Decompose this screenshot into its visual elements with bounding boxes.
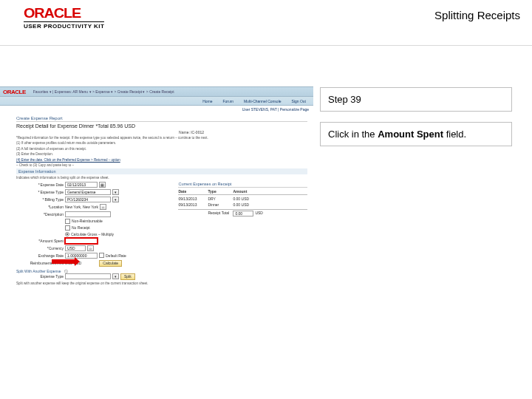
row-noreceipt: No Receipt	[16, 225, 174, 231]
callout-arrow-icon	[52, 259, 75, 264]
ss-name-line: Name: IC-0012	[16, 130, 307, 134]
table-row: 09/13/2013 Dinner 0.00 USD	[178, 202, 307, 208]
tab-forum[interactable]: Forum	[219, 98, 236, 104]
ss-note-4: (4) Enter the date. Click on the Preferr…	[16, 158, 307, 162]
select-billing-type[interactable]: PO/1260234	[65, 197, 111, 202]
lbl-exchange-rate: Exchange Rate	[16, 253, 64, 258]
lbl-split-type: Expense Type	[16, 274, 64, 279]
row-location: *Location New York, New York ⌕	[16, 204, 174, 210]
instr-suffix: field.	[443, 129, 466, 140]
row-calc-multiply: Calculate Gross – Multiply	[16, 232, 174, 236]
table-header: Date Type Amount	[178, 189, 307, 195]
calculate-button[interactable]: Calculate	[99, 260, 122, 267]
ss-body: Create Expense Report Receipt Detail for…	[0, 113, 313, 290]
input-expense-date[interactable]: 02/12/2013	[65, 182, 98, 188]
lbl-split: Split With Another Expense	[16, 269, 61, 273]
ss-note-3: (3) Enter the Description.	[16, 152, 307, 156]
ss-user-bar: User STEVENS, PAT | Personalize Page	[0, 106, 313, 113]
lookup-icon[interactable]: ⌕	[87, 245, 94, 251]
row-expense-date: Expense Date 02/12/2013 ▦	[16, 182, 174, 188]
lesson-title: Splitting Receipts	[434, 9, 520, 21]
row-exchange-rate: Exchange Rate 1.00000000 Default Rate	[16, 253, 174, 259]
checkbox-default-rate[interactable]	[99, 253, 104, 258]
ss-tip: Indicates which information is being spl…	[16, 176, 307, 180]
input-amount-spent[interactable]	[65, 238, 98, 244]
oracle-logo: ORACLE	[24, 6, 112, 21]
lbl-default-rate: Default Rate	[106, 253, 126, 258]
lbl-total: Receipt Total	[208, 211, 233, 216]
lbl-amount-spent: *Amount Spent	[16, 239, 64, 243]
step-label: Step 39	[320, 87, 512, 112]
upk-subtitle: USER PRODUCTIVITY KIT	[24, 21, 104, 30]
ss-tab-bar: Home Forum Multi-Channel Console Sign Ou…	[0, 97, 313, 106]
table-row: 09/13/2013 DRY 0.00 USD	[178, 196, 307, 202]
row-expense-type: Expense Type General Expense ▾	[16, 189, 174, 195]
checkbox-non-reimbursable[interactable]	[65, 219, 70, 224]
ss-breadcrumb-title: Create Expense Report	[16, 116, 307, 122]
val-location: New York, New York	[65, 205, 98, 209]
select-split-type[interactable]	[65, 273, 111, 279]
th-amount: Amount	[233, 189, 268, 194]
embedded-app-screenshot: ORACLE Favorites ▾ | Expenses: AR Menu ▾…	[0, 86, 313, 290]
ss-note-1: (1) If other expense profiles could retu…	[16, 141, 307, 145]
ss-page-title: Receipt Detail for Expense Dinner *Total…	[16, 123, 307, 129]
lbl-currency: *Currency	[16, 246, 64, 250]
chevron-down-icon[interactable]: ▾	[112, 189, 119, 195]
row-currency: *Currency USD ⌕	[16, 245, 174, 251]
split-footer-note: Split with another expense will keep the…	[16, 282, 174, 285]
lbl-billing-type: Billing Type	[16, 197, 64, 202]
ss-note-0: *Required information for the receipt. I…	[16, 136, 307, 140]
select-expense-type[interactable]: General Expense	[65, 189, 111, 195]
brand-block: ORACLE USER PRODUCTIVITY KIT	[24, 6, 104, 30]
instruction-text: Click in the Amount Spent field.	[320, 122, 512, 146]
row-description: *Description	[16, 211, 174, 217]
right-subhead: Current Expenses on Receipt	[178, 182, 307, 188]
app-header: ORACLE USER PRODUCTIVITY KIT Splitting R…	[0, 0, 532, 46]
total-curr: USD	[255, 211, 263, 216]
instruction-panel: Step 39 Click in the Amount Spent field.	[320, 87, 512, 157]
split-button[interactable]: Split	[120, 273, 135, 280]
row-amount-spent: *Amount Spent	[16, 238, 174, 244]
lbl-non-reimbursable: Non-Reimbursable	[72, 219, 103, 223]
input-currency[interactable]: USD	[65, 245, 86, 251]
ss-right-col: Current Expenses on Receipt Date Type Am…	[178, 182, 307, 287]
table-total-row: Receipt Total 0.00 USD	[178, 209, 307, 217]
lbl-expense-date: Expense Date	[16, 183, 64, 187]
ss-top-bar: ORACLE Favorites ▾ | Expenses: AR Menu ▾…	[0, 86, 313, 97]
ss-note-2: (2) A full itemization of expenses on th…	[16, 147, 307, 151]
row-billing-type: Billing Type PO/1260234 ▾	[16, 197, 174, 202]
chevron-down-icon[interactable]: ▾	[112, 197, 119, 202]
row-nonreimb: Non-Reimbursable	[16, 219, 174, 224]
lbl-expense-type: Expense Type	[16, 190, 64, 194]
th-type: Type	[208, 189, 233, 194]
tab-signout[interactable]: Sign Out	[289, 98, 309, 104]
lbl-location: *Location	[16, 205, 64, 209]
th-date: Date	[178, 189, 208, 194]
lbl-description: *Description	[16, 212, 64, 216]
ss-note-5: – Check to (3) Copy and paste key to –	[16, 163, 307, 167]
ss-breadcrumbs: Favorites ▾ | Expenses: AR Menu ▾ > Expe…	[33, 89, 174, 94]
row-reimb-amt: Reimbursement Amt 0.00 USD Calculate	[16, 260, 174, 267]
ss-oracle-logo: ORACLE	[3, 89, 26, 95]
checkbox-no-receipt[interactable]	[65, 225, 70, 231]
calendar-icon[interactable]: ▦	[99, 182, 106, 188]
chevron-down-icon[interactable]: ▾	[112, 273, 119, 279]
ss-user-line: User STEVENS, PAT | Personalize Page	[242, 107, 309, 112]
radio-calc-multiply[interactable]	[65, 232, 69, 236]
section-expense-info: Expense Information	[16, 168, 307, 174]
tab-home[interactable]: Home	[200, 98, 215, 104]
lookup-icon[interactable]: ⌕	[100, 204, 106, 210]
lbl-no-receipt: No Receipt	[72, 225, 90, 230]
instr-prefix: Click in the	[328, 129, 378, 140]
lbl-calc-multiply: Calculate Gross – Multiply	[71, 232, 114, 236]
tab-multichannel[interactable]: Multi-Channel Console	[241, 98, 284, 104]
ss-two-column: Expense Date 02/12/2013 ▦ Expense Type G…	[16, 182, 307, 287]
input-exchange-rate[interactable]: 1.00000000	[65, 253, 98, 259]
input-description[interactable]	[65, 211, 111, 217]
ss-left-col: Expense Date 02/12/2013 ▦ Expense Type G…	[16, 182, 174, 287]
instr-bold: Amount Spent	[378, 129, 443, 140]
input-total[interactable]: 0.00	[233, 211, 253, 216]
row-split-type: Expense Type ▾ Split	[16, 273, 174, 280]
info-icon: ⓘ	[64, 269, 68, 273]
